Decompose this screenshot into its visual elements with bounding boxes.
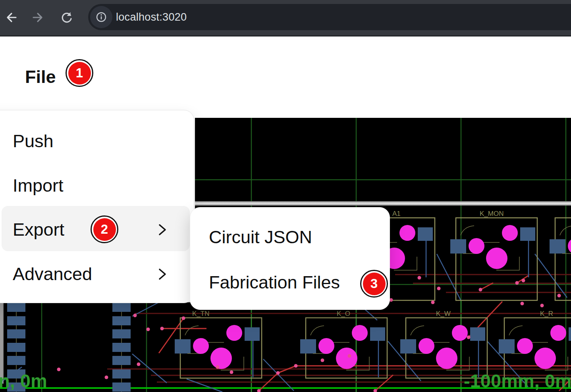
back-button[interactable] — [4, 10, 18, 25]
submenu-item-label: Fabrication Files — [209, 272, 340, 293]
grid-coordinate-label-left: n, 0m — [0, 370, 47, 391]
menu-item-import[interactable]: Import — [0, 163, 194, 208]
chevron-right-icon — [155, 267, 169, 282]
grid-coordinate-label-right: -100mm, 0m — [464, 370, 571, 391]
address-bar[interactable]: localhost:3020 — [88, 4, 571, 30]
chevron-right-icon — [155, 222, 169, 237]
component-label: K_TN — [192, 310, 209, 317]
export-submenu: Circuit JSON Fabrication Files — [190, 207, 390, 310]
annotation-number: 1 — [68, 62, 91, 85]
url-text: localhost:3020 — [116, 11, 187, 23]
menu-item-label: Import — [13, 175, 64, 196]
site-info-button[interactable] — [90, 6, 112, 28]
component-label: K_O — [337, 310, 350, 317]
browser-toolbar: localhost:3020 — [0, 0, 571, 37]
component-label: K_W — [436, 310, 451, 317]
reload-button[interactable] — [60, 10, 74, 25]
submenu-item-fabrication-files[interactable]: Fabrication Files — [190, 268, 390, 297]
component-label: K_MON — [480, 210, 503, 217]
component-label: A1 — [392, 210, 401, 217]
screen: localhost:3020 File — [0, 0, 571, 392]
menu-item-label: Advanced — [13, 264, 92, 284]
reload-icon — [60, 10, 74, 25]
annotation-number: 2 — [93, 218, 116, 241]
menu-item-advanced[interactable]: Advanced — [0, 252, 194, 296]
menu-item-label: Push — [13, 131, 54, 152]
menu-item-label: Export — [13, 219, 64, 240]
annotation-number: 3 — [363, 273, 386, 295]
menu-item-push[interactable]: Push — [0, 119, 194, 163]
horizontal-divider-bar[interactable] — [195, 201, 571, 206]
annotation-badge-3: 3 — [360, 270, 388, 298]
back-arrow-icon — [4, 10, 18, 25]
submenu-item-circuit-json[interactable]: Circuit JSON — [190, 223, 390, 252]
file-menu-dropdown: Push Import Export Advanced — [0, 110, 194, 303]
forward-button[interactable] — [31, 10, 45, 25]
annotation-badge-1: 1 — [66, 59, 93, 87]
submenu-item-label: Circuit JSON — [209, 227, 312, 248]
page-info-icon — [94, 10, 108, 24]
page-background: File — [0, 37, 571, 392]
file-menu-button[interactable]: File — [25, 67, 56, 87]
component-label: K_R — [540, 310, 553, 317]
forward-arrow-icon — [31, 10, 45, 25]
annotation-badge-2: 2 — [91, 215, 118, 243]
